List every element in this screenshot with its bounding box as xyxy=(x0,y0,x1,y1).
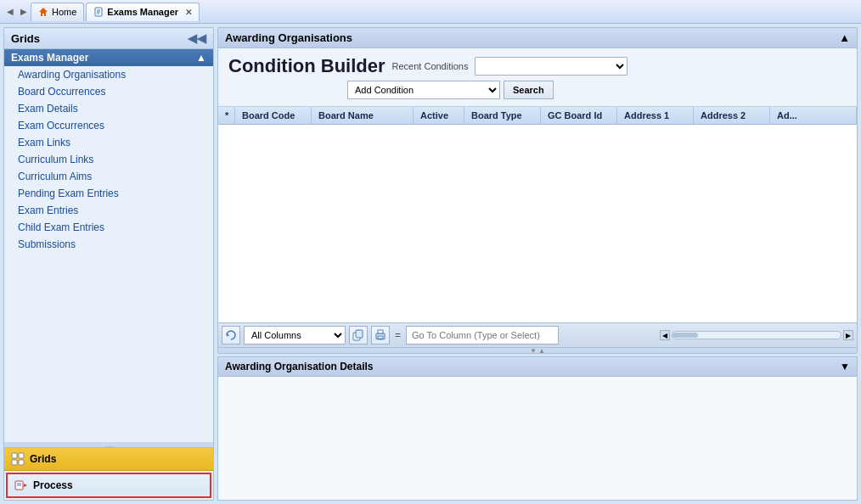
svg-rect-15 xyxy=(356,330,363,338)
toolbar-refresh-btn[interactable] xyxy=(222,326,240,344)
hscroll-left-btn[interactable]: ◀ xyxy=(660,330,670,340)
svg-marker-10 xyxy=(24,484,27,487)
sidebar-item-awarding-org[interactable]: Awarding Organisations xyxy=(4,66,213,83)
condition-builder-title: Condition Builder xyxy=(228,55,385,77)
recent-conditions-dropdown[interactable] xyxy=(475,57,627,76)
col-header-address3[interactable]: Ad... xyxy=(770,107,857,124)
details-panel-title: Awarding Organisation Details xyxy=(225,361,373,372)
sidebar-item-exam-occurrences[interactable]: Exam Occurrences xyxy=(4,117,213,134)
sidebar-section-label: Exams Manager xyxy=(11,52,88,64)
content-area: Awarding Organisations ▲ Condition Build… xyxy=(217,27,858,501)
details-panel: Awarding Organisation Details ▼ xyxy=(217,356,858,501)
nav-back-btn[interactable]: ◀ xyxy=(3,5,17,18)
svg-rect-17 xyxy=(378,330,383,333)
cb-add-row: Add Condition Search xyxy=(347,81,847,99)
hscroll-thumb[interactable] xyxy=(672,333,698,338)
grid-body xyxy=(218,125,857,322)
nav-forward-btn[interactable]: ▶ xyxy=(17,5,31,18)
svg-rect-5 xyxy=(12,453,17,458)
panel-title: Awarding Organisations xyxy=(225,31,352,44)
hscroll-track xyxy=(672,331,841,339)
exams-tab-close[interactable]: ✕ xyxy=(185,8,192,17)
details-body xyxy=(218,377,857,500)
sidebar-section: Exams Manager ▲ Awarding Organisations B… xyxy=(4,49,213,442)
svg-rect-7 xyxy=(12,460,17,465)
exam-icon xyxy=(93,7,104,17)
panel-resize-handle[interactable]: ▼ ▲ xyxy=(218,348,857,353)
sidebar-collapse-btn[interactable]: ◀◀ xyxy=(188,31,206,45)
svg-marker-0 xyxy=(39,8,48,16)
col-header-board-name[interactable]: Board Name xyxy=(312,107,414,124)
sidebar-item-curriculum-aims[interactable]: Curriculum Aims xyxy=(4,168,213,185)
svg-rect-6 xyxy=(19,453,24,458)
toolbar-row: All Columns = xyxy=(218,322,857,348)
sidebar-item-exam-links[interactable]: Exam Links xyxy=(4,134,213,151)
home-icon xyxy=(38,7,48,17)
goto-column-input[interactable] xyxy=(406,326,559,344)
sidebar-item-child-exam-entries[interactable]: Child Exam Entries xyxy=(4,219,213,236)
svg-marker-13 xyxy=(227,333,229,337)
svg-rect-8 xyxy=(19,460,24,465)
recent-conditions-label: Recent Conditions xyxy=(392,61,469,71)
main-container: Grids ◀◀ Exams Manager ▲ Awarding Organi… xyxy=(0,24,861,504)
exams-tab-label: Exams Manager xyxy=(107,7,178,17)
columns-filter-dropdown[interactable]: All Columns xyxy=(244,326,346,344)
exams-manager-tab[interactable]: Exams Manager ✕ xyxy=(86,3,200,21)
sidebar-item-board-occurrences[interactable]: Board Occurrences xyxy=(4,83,213,100)
refresh-icon xyxy=(225,329,237,341)
sidebar-item-pending-exam-entries[interactable]: Pending Exam Entries xyxy=(4,185,213,202)
main-panel: Awarding Organisations ▲ Condition Build… xyxy=(217,27,858,354)
sidebar-header: Grids ◀◀ xyxy=(4,28,213,49)
col-header-board-type[interactable]: Board Type xyxy=(464,107,541,124)
details-panel-collapse-btn[interactable]: ▼ xyxy=(840,361,850,372)
panel-collapse-btn[interactable]: ▲ xyxy=(839,31,850,44)
home-tab-label: Home xyxy=(52,7,76,17)
add-condition-dropdown[interactable]: Add Condition xyxy=(347,81,500,99)
details-panel-header: Awarding Organisation Details ▼ xyxy=(218,357,857,377)
copy-icon xyxy=(352,329,364,341)
toolbar-print-btn[interactable] xyxy=(371,326,390,344)
section-collapse-icon: ▲ xyxy=(196,52,206,64)
process-icon xyxy=(14,479,28,492)
home-tab[interactable]: Home xyxy=(31,3,84,21)
panel-header: Awarding Organisations ▲ xyxy=(218,28,857,48)
grids-icon xyxy=(11,452,25,466)
col-header-address2[interactable]: Address 2 xyxy=(694,107,770,124)
toolbar-equals-sign: = xyxy=(393,329,402,341)
sidebar: Grids ◀◀ Exams Manager ▲ Awarding Organi… xyxy=(3,27,214,501)
col-header-star: * xyxy=(218,107,235,124)
sidebar-item-submissions[interactable]: Submissions xyxy=(4,236,213,253)
title-bar: ◀ ▶ Home Exams Manager ✕ xyxy=(0,0,861,24)
svg-rect-18 xyxy=(378,336,383,339)
sidebar-item-exam-entries[interactable]: Exam Entries xyxy=(4,202,213,219)
sidebar-item-curriculum-links[interactable]: Curriculum Links xyxy=(4,151,213,168)
print-icon xyxy=(374,329,386,341)
col-header-gc-board-id[interactable]: GC Board Id xyxy=(541,107,617,124)
col-header-address1[interactable]: Address 1 xyxy=(617,107,694,124)
col-header-active[interactable]: Active xyxy=(414,107,464,124)
grid-header: * Board Code Board Name Active Board Typ… xyxy=(218,107,857,125)
sidebar-bottom: Grids Process xyxy=(4,447,213,500)
cb-title-row: Condition Builder Recent Conditions xyxy=(228,55,847,77)
search-button[interactable]: Search xyxy=(504,81,554,99)
grids-btn-label: Grids xyxy=(30,453,56,465)
process-button[interactable]: Process xyxy=(6,473,211,498)
sidebar-item-exam-details[interactable]: Exam Details xyxy=(4,100,213,117)
toolbar-copy-btn[interactable] xyxy=(349,326,368,344)
grids-button[interactable]: Grids xyxy=(4,448,213,471)
col-header-board-code[interactable]: Board Code xyxy=(235,107,312,124)
sidebar-section-header[interactable]: Exams Manager ▲ xyxy=(4,49,213,66)
condition-builder: Condition Builder Recent Conditions Add … xyxy=(218,48,857,107)
sidebar-title: Grids xyxy=(11,32,40,45)
process-btn-label: Process xyxy=(33,479,73,491)
hscroll-right-btn[interactable]: ▶ xyxy=(843,330,853,340)
